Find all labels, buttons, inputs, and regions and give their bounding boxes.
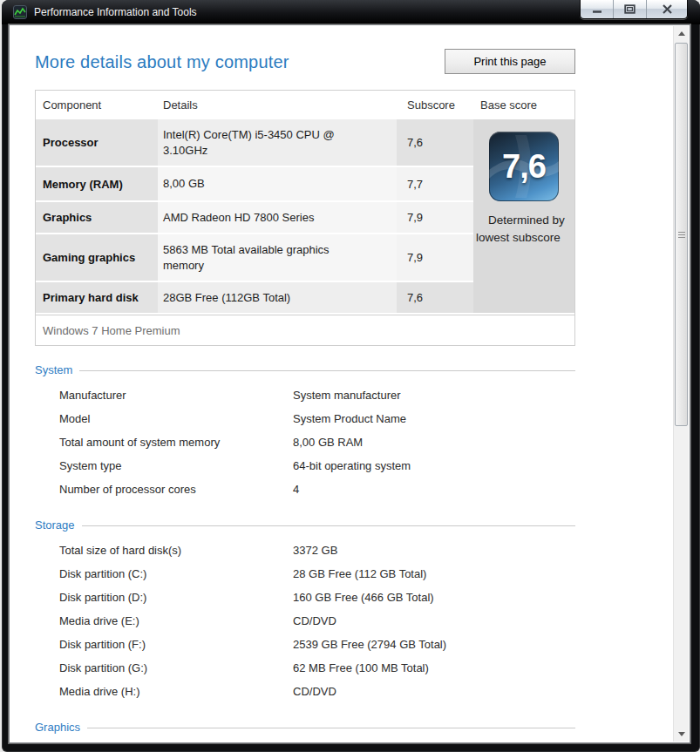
subscore-cell: 7,6 bbox=[397, 282, 473, 313]
component-cell: Graphics bbox=[36, 202, 158, 233]
print-this-page-button[interactable]: Print this page bbox=[445, 49, 575, 74]
score-rows: Processor Intel(R) Core(TM) i5-3450 CPU … bbox=[36, 119, 473, 313]
list-item: System type 64-bit operating system bbox=[35, 454, 575, 478]
title-bar[interactable]: Performance Information and Tools bbox=[2, 0, 700, 24]
base-score-value: 7,6 bbox=[489, 132, 559, 201]
list-item: Media drive (H:) CD/DVD bbox=[35, 680, 575, 703]
close-button[interactable] bbox=[647, 0, 687, 18]
component-cell: Gaming graphics bbox=[36, 234, 158, 281]
close-icon bbox=[662, 4, 673, 14]
scroll-up-button[interactable] bbox=[674, 26, 689, 41]
section-divider bbox=[79, 370, 575, 371]
list-item: Disk partition (G:) 62 MB Free (100 MB T… bbox=[35, 656, 575, 680]
section-title: System bbox=[35, 363, 72, 376]
scroll-down-icon bbox=[678, 732, 685, 736]
subscore-cell: 7,9 bbox=[397, 234, 473, 281]
list-item: Media drive (E:) CD/DVD bbox=[35, 609, 575, 633]
item-label: Manufacturer bbox=[59, 389, 293, 402]
details-cell: Intel(R) Core(TM) i5-3450 CPU @ 3.10GHz bbox=[158, 119, 397, 166]
performance-monitor-icon bbox=[13, 5, 27, 19]
section-header: Storage bbox=[35, 518, 575, 532]
item-value: 8,00 GB RAM bbox=[293, 436, 363, 449]
table-row-primary-hard-disk: Primary hard disk 28GB Free (112GB Total… bbox=[36, 282, 473, 313]
item-label: System type bbox=[59, 459, 293, 472]
section-system: System Manufacturer System manufacturer … bbox=[35, 363, 575, 501]
item-label: Disk partition (F:) bbox=[59, 638, 293, 651]
details-cell: 5863 MB Total available graphics memory bbox=[158, 234, 397, 281]
item-label: Disk partition (C:) bbox=[59, 567, 293, 580]
details-column-header: Details bbox=[158, 98, 397, 112]
section-divider bbox=[82, 525, 575, 526]
subscore-cell: 7,6 bbox=[397, 119, 473, 166]
item-label: Disk partition (D:) bbox=[59, 591, 293, 604]
list-item: Disk partition (D:) 160 GB Free (466 GB … bbox=[35, 586, 575, 609]
app-window: Performance Information and Tools More d… bbox=[2, 0, 700, 752]
list-item: Model System Product Name bbox=[35, 407, 575, 430]
window-caption-buttons bbox=[580, 0, 688, 19]
item-value: 2539 GB Free (2794 GB Total) bbox=[293, 638, 446, 651]
scroll-down-button[interactable] bbox=[674, 727, 689, 742]
page-header: More details about my computer Print thi… bbox=[35, 49, 575, 74]
base-score-column-header: Base score bbox=[473, 98, 576, 112]
component-cell: Memory (RAM) bbox=[36, 167, 158, 200]
item-label: Media drive (E:) bbox=[59, 614, 293, 627]
base-score-panel: 7,6 Determined by lowest subscore bbox=[473, 119, 574, 313]
item-label: Model bbox=[59, 412, 293, 425]
list-item: Disk partition (F:) 2539 GB Free (2794 G… bbox=[35, 633, 575, 656]
section-header: Graphics bbox=[35, 721, 575, 734]
window-client-area: More details about my computer Print thi… bbox=[9, 24, 690, 743]
section-rows: Total size of hard disk(s) 3372 GB Disk … bbox=[35, 539, 575, 703]
scroll-up-icon bbox=[678, 31, 685, 36]
subscore-cell: 7,7 bbox=[397, 167, 473, 200]
minimize-button[interactable] bbox=[581, 0, 614, 18]
details-cell: 8,00 GB bbox=[158, 167, 397, 200]
section-title: Storage bbox=[35, 518, 75, 532]
item-value: CD/DVD bbox=[293, 614, 336, 627]
window-title: Performance Information and Tools bbox=[34, 6, 197, 18]
item-value: System manufacturer bbox=[293, 389, 401, 402]
details-page: More details about my computer Print thi… bbox=[10, 26, 673, 742]
list-item: Number of processor cores 4 bbox=[35, 478, 575, 501]
score-table-body: Processor Intel(R) Core(TM) i5-3450 CPU … bbox=[36, 119, 574, 313]
base-score-caption: Determined by lowest subscore bbox=[473, 212, 574, 247]
maximize-icon bbox=[624, 4, 635, 14]
list-item: Manufacturer System manufacturer bbox=[35, 383, 575, 407]
table-row-graphics: Graphics AMD Radeon HD 7800 Series 7,9 bbox=[36, 202, 473, 233]
subscore-column-header: Subscore bbox=[397, 98, 473, 112]
item-label: Total amount of system memory bbox=[59, 436, 293, 449]
page-title: More details about my computer bbox=[35, 52, 289, 72]
section-storage: Storage Total size of hard disk(s) 3372 … bbox=[35, 518, 575, 703]
item-value: 62 MB Free (100 MB Total) bbox=[293, 661, 429, 674]
subscore-cell: 7,9 bbox=[397, 202, 473, 233]
item-value: System Product Name bbox=[293, 412, 406, 425]
item-value: 3372 GB bbox=[293, 544, 337, 557]
component-column-header: Component bbox=[36, 98, 158, 112]
component-cell: Primary hard disk bbox=[36, 282, 158, 313]
scrollbar-grip-icon bbox=[678, 232, 685, 238]
table-row-memory: Memory (RAM) 8,00 GB 7,7 bbox=[36, 167, 473, 200]
os-edition-label: Windows 7 Home Premium bbox=[36, 315, 574, 345]
table-row-gaming-graphics: Gaming graphics 5863 MB Total available … bbox=[36, 234, 473, 281]
component-cell: Processor bbox=[36, 119, 158, 166]
vertical-scrollbar[interactable] bbox=[673, 26, 689, 742]
list-item: Disk partition (C:) 28 GB Free (112 GB T… bbox=[35, 562, 575, 586]
section-rows: Manufacturer System manufacturer Model S… bbox=[35, 383, 575, 501]
score-table: Component Details Subscore Base score Pr… bbox=[35, 90, 575, 346]
item-label: Media drive (H:) bbox=[59, 685, 293, 698]
details-cell: 28GB Free (112GB Total) bbox=[158, 282, 397, 313]
minimize-icon bbox=[592, 5, 602, 14]
item-label: Disk partition (G:) bbox=[59, 661, 293, 674]
maximize-button[interactable] bbox=[614, 0, 647, 18]
details-cell: AMD Radeon HD 7800 Series bbox=[158, 202, 397, 233]
list-item: Total size of hard disk(s) 3372 GB bbox=[35, 539, 575, 562]
item-value: 64-bit operating system bbox=[293, 459, 411, 472]
section-header: System bbox=[35, 363, 575, 376]
table-row-processor: Processor Intel(R) Core(TM) i5-3450 CPU … bbox=[36, 119, 473, 166]
item-label: Total size of hard disk(s) bbox=[59, 544, 293, 557]
scrollbar-thumb[interactable] bbox=[675, 43, 688, 426]
section-title: Graphics bbox=[35, 721, 80, 734]
item-value: 160 GB Free (466 GB Total) bbox=[293, 591, 434, 604]
item-value: 28 GB Free (112 GB Total) bbox=[293, 567, 426, 580]
list-item: Total amount of system memory 8,00 GB RA… bbox=[35, 430, 575, 454]
score-table-header: Component Details Subscore Base score bbox=[36, 91, 574, 119]
